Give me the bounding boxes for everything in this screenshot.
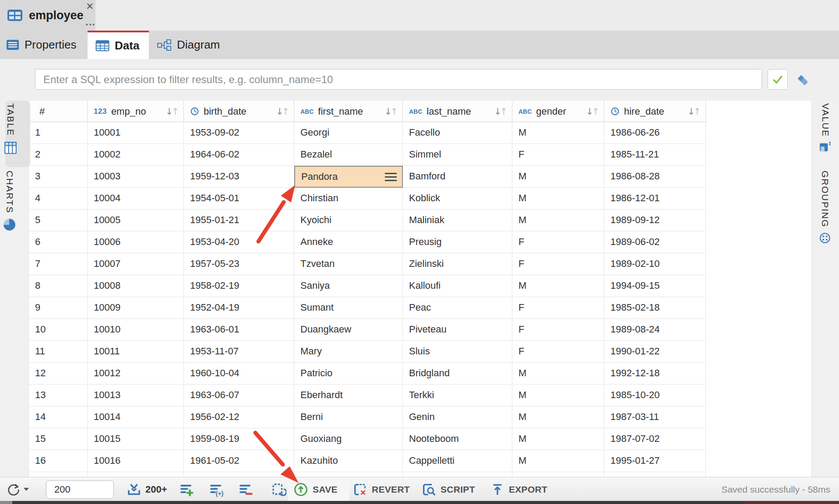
grid-cell[interactable]: 10010 [88,319,184,341]
grid-cell[interactable]: Genin [403,406,512,428]
apply-filter-button[interactable] [768,69,788,90]
presentation-tab-charts[interactable]: CHARTS [4,171,15,231]
grid-cell[interactable]: 1961-05-02 [184,450,294,472]
grid-cell[interactable]: 1986-12-01 [604,188,706,210]
grid-cell[interactable]: F [512,297,604,319]
grid-cell[interactable]: Kazuhito [294,450,403,472]
grid-cell[interactable]: 10013 [88,385,184,406]
edit-document-button[interactable] [271,477,286,501]
grid-cell[interactable]: Kyoichi [294,210,403,231]
add-row-button[interactable] [179,477,194,501]
grid-cell[interactable]: Bridgland [403,363,512,385]
grid-cell[interactable]: M [512,406,604,428]
presentation-tab-table[interactable]: TABLE [4,103,18,155]
grid-cell[interactable]: 1987-03-11 [604,406,706,428]
grid-cell[interactable]: 1964-06-02 [184,144,294,166]
grid-cell[interactable]: 1989-08-24 [604,319,706,341]
grid-cell[interactable]: Peac [403,297,512,319]
grid-cell[interactable]: 1985-10-20 [604,385,706,406]
sort-icon[interactable]: ↓↑ [384,106,398,117]
grid-cell[interactable]: 10015 [88,428,184,450]
grid-cell[interactable]: M [512,122,604,144]
column-header-gender[interactable]: ABCgender↓↑ [512,101,604,122]
row-number-cell[interactable]: 16 [28,450,88,472]
grid-cell[interactable]: 10003 [88,166,184,188]
tab-properties[interactable]: Properties [0,31,88,59]
grid-cell[interactable]: 1953-09-02 [184,122,294,144]
grid-cell[interactable]: Anneke [294,231,403,253]
column-header-emp_no[interactable]: 123emp_no↓↑ [88,101,184,122]
sort-icon[interactable]: ↓↑ [687,106,701,117]
grid-cell[interactable]: 1955-01-21 [184,210,294,231]
row-number-cell[interactable]: 12 [28,363,88,385]
grid-cell[interactable]: 1985-11-21 [604,144,706,166]
grid-cell[interactable]: Cappelletti [403,450,512,472]
close-icon[interactable]: ✕ [86,2,94,11]
row-number-cell[interactable]: 13 [28,385,88,406]
grid-cell[interactable]: Tzvetan [294,253,403,275]
row-number-cell[interactable]: 11 [28,341,88,363]
cell-menu-icon[interactable] [385,173,397,181]
grid-cell[interactable]: 10006 [88,231,184,253]
grid-cell[interactable]: Bamford [403,166,512,188]
grid-cell[interactable]: 1952-04-19 [184,297,294,319]
grid-cell[interactable]: M [512,275,604,297]
grid-cell[interactable]: Sluis [403,341,512,363]
row-limit-input[interactable] [46,480,114,499]
row-number-cell[interactable]: 8 [28,275,88,297]
grid-cell[interactable]: 1959-08-19 [184,428,294,450]
grid-cell[interactable]: Preusig [403,231,512,253]
grid-cell[interactable]: M [512,450,604,472]
grid-cell[interactable]: 10004 [88,188,184,210]
panel-tab-value[interactable]: VALUE I [819,103,832,153]
grid-cell[interactable]: F [512,144,604,166]
grid-cell[interactable]: 1957-05-23 [184,253,294,275]
grid-cell[interactable]: 1954-05-01 [184,188,294,210]
grid-cell[interactable]: M [512,363,604,385]
grid-cell[interactable]: 10008 [88,275,184,297]
column-header-hire_date[interactable]: hire_date↓↑ [604,101,706,122]
grid-cell[interactable]: Duangkaew [294,319,403,341]
fetch-next-page-button[interactable]: 200+ [126,477,167,501]
grid-cell[interactable]: Pandora [294,166,403,188]
grid-cell[interactable]: 1985-02-18 [604,297,706,319]
grid-cell[interactable]: M [512,188,604,210]
grid-cell[interactable]: 1986-06-26 [604,122,706,144]
delete-row-button[interactable] [238,477,254,501]
grid-cell[interactable]: 1963-06-07 [184,385,294,406]
grid-cell[interactable]: 10002 [88,144,184,166]
grid-cell[interactable]: F [512,341,604,363]
grid-cell[interactable]: 10001 [88,122,184,144]
grid-cell[interactable]: 1960-10-04 [184,363,294,385]
save-button[interactable]: SAVE [293,477,338,501]
grid-cell[interactable]: Bezalel [294,144,403,166]
row-number-cell[interactable]: 7 [28,253,88,275]
clear-filter-button[interactable] [793,71,813,89]
grid-cell[interactable]: 1989-09-12 [604,210,706,231]
grid-cell[interactable]: 10016 [88,450,184,472]
grid-cell[interactable]: 10009 [88,297,184,319]
grid-cell[interactable]: 1995-01-27 [604,450,706,472]
grid-cell[interactable]: Sumant [294,297,403,319]
grid-cell[interactable]: F [512,253,604,275]
grid-cell[interactable]: Saniya [294,275,403,297]
export-button[interactable]: EXPORT [490,477,547,501]
column-header-rownum[interactable]: # [28,101,88,122]
grid-cell[interactable]: Zielinski [403,253,512,275]
sql-filter-input[interactable] [35,69,762,90]
grid-cell[interactable]: Simmel [403,144,512,166]
grid-cell[interactable]: Guoxiang [294,428,403,450]
grid-cell[interactable]: Chirstian [294,188,403,210]
grid-cell[interactable]: 1990-01-22 [604,341,706,363]
grid-cell[interactable]: 1987-07-02 [604,428,706,450]
grid-cell[interactable]: Piveteau [403,319,512,341]
grid-cell[interactable]: 1986-08-28 [604,166,706,188]
duplicate-row-button[interactable]: (+) [208,477,224,501]
grid-cell[interactable]: 1958-02-19 [184,275,294,297]
grid-cell[interactable]: 1963-06-01 [184,319,294,341]
grid-cell[interactable]: 1994-09-15 [604,275,706,297]
column-header-first_name[interactable]: ABCfirst_name↓↑ [294,101,403,122]
grid-cell[interactable]: Patricio [294,363,403,385]
grid-cell[interactable]: Maliniak [403,210,512,231]
grid-cell[interactable]: 10011 [88,341,184,363]
